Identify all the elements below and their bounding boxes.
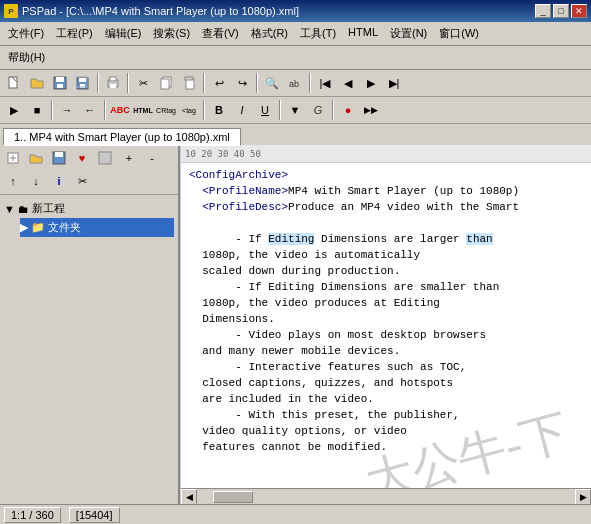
heart-button[interactable]: ♥ [71, 147, 93, 169]
code-line-18: features cannot be modified. [189, 439, 583, 455]
code-line-5: - If Editing Dimensions are larger than [189, 231, 583, 247]
format-btn-v[interactable]: ▼ [284, 99, 306, 121]
menu-project[interactable]: 工程(P) [50, 24, 99, 43]
code-line-13: - Interactive features such as TOC, [189, 359, 583, 375]
menu-settings[interactable]: 设置(N) [384, 24, 433, 43]
menu-help[interactable]: 帮助(H) [2, 48, 51, 67]
separator-7 [104, 100, 106, 120]
down-button[interactable]: ↓ [25, 170, 47, 192]
code-line-10: Dimensions. [189, 311, 583, 327]
code-area[interactable]: <ConfigArchive> <ProfileName>MP4 with Sm… [181, 163, 591, 488]
menu-format[interactable]: 格式(R) [245, 24, 294, 43]
scroll-right[interactable]: ▶ [575, 489, 591, 505]
separator-5 [309, 73, 311, 93]
first-button[interactable]: |◀ [314, 72, 336, 94]
indent-button[interactable]: → [56, 99, 78, 121]
svg-rect-22 [99, 152, 111, 164]
cut-button[interactable]: ✂ [132, 72, 154, 94]
open-project-button[interactable] [25, 147, 47, 169]
project-settings-button[interactable] [94, 147, 116, 169]
menu-file[interactable]: 文件(F) [2, 24, 50, 43]
new-project-button[interactable] [2, 147, 24, 169]
menu-html[interactable]: HTML [342, 24, 384, 43]
minimize-button[interactable]: _ [535, 4, 551, 18]
code-line-17: video quality options, or video [189, 423, 583, 439]
record-button[interactable]: ● [337, 99, 359, 121]
close-button[interactable]: ✕ [571, 4, 587, 18]
code-line-4 [189, 215, 583, 231]
scroll-left[interactable]: ◀ [181, 489, 197, 505]
spell-button[interactable]: ABC [109, 99, 131, 121]
toolbar-2: ▶ ■ → ← ABC HTML CRtag <tag B I U ▼ G ● … [0, 97, 591, 123]
crtag-button[interactable]: CRtag [155, 99, 177, 121]
separator-10 [332, 100, 334, 120]
svg-rect-6 [79, 78, 86, 82]
status-size: [15404] [69, 507, 120, 523]
code-line-12: and many newer mobile devices. [189, 343, 583, 359]
code-line-2: <ProfileName>MP4 with Smart Player (up t… [189, 183, 583, 199]
paste-button[interactable] [178, 72, 200, 94]
code-line-16: - With this preset, the publisher, [189, 407, 583, 423]
print-button[interactable] [102, 72, 124, 94]
up-button[interactable]: ↑ [2, 170, 24, 192]
scroll-thumb-h[interactable] [213, 491, 253, 503]
next-button[interactable]: ▶ [360, 72, 382, 94]
replace-button[interactable]: ab [284, 72, 306, 94]
bold-button[interactable]: B [208, 99, 230, 121]
svg-rect-10 [110, 77, 116, 81]
tree-area: ▼ 🖿 新工程 ▶ 📁 文件夹 [0, 195, 178, 504]
copy-button[interactable] [155, 72, 177, 94]
folder-expand-icon: ▶ [20, 221, 28, 234]
separator-1 [97, 73, 99, 93]
code-line-7: scaled down during production. [189, 263, 583, 279]
undo-button[interactable]: ↩ [208, 72, 230, 94]
find-button[interactable]: 🔍 [261, 72, 283, 94]
remove-file-button[interactable]: - [141, 147, 163, 169]
new-file-button[interactable] [3, 72, 25, 94]
svg-rect-15 [185, 77, 193, 80]
html-valid-button[interactable]: HTML [132, 99, 154, 121]
file-tab[interactable]: 1.. MP4 with Smart Player (up to 1080p).… [3, 128, 241, 146]
maximize-button[interactable]: □ [553, 4, 569, 18]
tag-button[interactable]: <tag [178, 99, 200, 121]
svg-rect-21 [55, 152, 63, 157]
menu-search[interactable]: 搜索(S) [147, 24, 196, 43]
menu-tools[interactable]: 工具(T) [294, 24, 342, 43]
add-file-button[interactable]: + [118, 147, 140, 169]
tree-root[interactable]: ▼ 🖿 新工程 [4, 199, 174, 218]
outdent-button[interactable]: ← [79, 99, 101, 121]
save-all-button[interactable] [72, 72, 94, 94]
save-project-button[interactable] [48, 147, 70, 169]
stop-button[interactable]: ■ [26, 99, 48, 121]
code-line-1: <ConfigArchive> [189, 167, 583, 183]
code-line-6: 1080p, the video is automatically [189, 247, 583, 263]
open-file-button[interactable] [26, 72, 48, 94]
separator-6 [51, 100, 53, 120]
menu-bar: 文件(F) 工程(P) 编辑(E) 搜索(S) 查看(V) 格式(R) 工具(T… [0, 22, 591, 46]
app-icon: P [4, 4, 18, 18]
scissors-button[interactable]: ✂ [71, 170, 93, 192]
menu-edit[interactable]: 编辑(E) [99, 24, 148, 43]
horizontal-scrollbar[interactable]: ◀ ▶ [181, 488, 591, 504]
format-btn-g[interactable]: G [307, 99, 329, 121]
prev-button[interactable]: ◀ [337, 72, 359, 94]
menu-window[interactable]: 窗口(W) [433, 24, 485, 43]
menu-view[interactable]: 查看(V) [196, 24, 245, 43]
run-button[interactable]: ▶ [3, 99, 25, 121]
underline-button[interactable]: U [254, 99, 276, 121]
tree-root-label: 新工程 [32, 201, 65, 216]
toolbar-container-1: ✂ ↩ ↪ 🔍 ab |◀ ◀ ▶ ▶| [0, 70, 591, 97]
tree-children: ▶ 📁 文件夹 [20, 218, 174, 237]
info-button[interactable]: i [48, 170, 70, 192]
tree-folder[interactable]: ▶ 📁 文件夹 [20, 218, 174, 237]
redo-button[interactable]: ↪ [231, 72, 253, 94]
ruler: 10 20 30 40 50 [181, 145, 591, 163]
separator-2 [127, 73, 129, 93]
status-bar: 1:1 / 360 [15404] [0, 504, 591, 524]
save-button[interactable] [49, 72, 71, 94]
editor-area: 10 20 30 40 50 <ConfigArchive> <ProfileN… [180, 145, 591, 504]
main-area: ♥ + - ↑ ↓ i ✂ ▼ 🖿 新工程 [0, 145, 591, 504]
playback-button[interactable]: ▶▶ [360, 99, 382, 121]
italic-button[interactable]: I [231, 99, 253, 121]
last-button[interactable]: ▶| [383, 72, 405, 94]
